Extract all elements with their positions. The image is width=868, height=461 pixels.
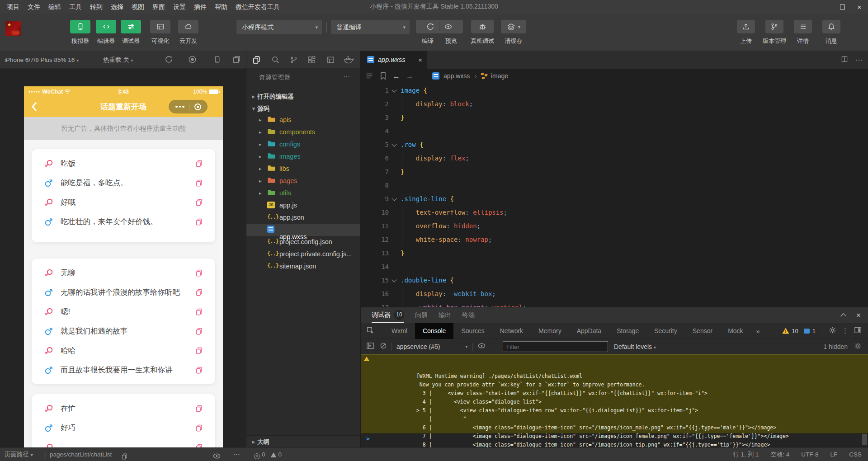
dock-side-icon[interactable] (854, 327, 862, 335)
version-control-button[interactable] (765, 20, 783, 33)
filter-settings-icon[interactable] (854, 342, 862, 351)
devtools-tab[interactable]: Network (492, 323, 531, 339)
kebab-menu-icon[interactable]: ⋮ (842, 327, 849, 335)
devtools-tab[interactable]: Wxml (384, 323, 415, 339)
close-panel-icon[interactable]: × (856, 311, 861, 320)
context-select[interactable]: appservice (#5) (396, 343, 440, 350)
menu-item[interactable]: 文件 (24, 0, 44, 14)
fold-chevron-icon[interactable] (392, 141, 396, 146)
simulator-button[interactable] (70, 20, 90, 33)
menu-item[interactable]: 设置 (169, 0, 190, 14)
editor-button[interactable] (96, 20, 116, 33)
devtools-tab[interactable]: Mock (720, 323, 750, 339)
tree-item[interactable]: ▸ JS {..} sitemap.json (246, 260, 360, 273)
mode-select[interactable]: 小程序模式▾ (236, 20, 322, 34)
source-control-icon[interactable] (290, 56, 298, 66)
debugger-tab[interactable]: 调试器 10 (372, 307, 404, 323)
tree-item[interactable]: ▸ JS {..} app.wxss (246, 224, 360, 236)
log-levels-select[interactable]: Default levels ▾ (614, 343, 656, 350)
visualization-button[interactable] (150, 20, 170, 33)
debugger-tab[interactable]: 输出 (439, 307, 451, 323)
fold-chevron-icon[interactable] (392, 87, 396, 92)
cloud-dev-button[interactable] (178, 20, 198, 33)
outline-list-icon[interactable] (365, 72, 373, 81)
compile-button[interactable] (426, 23, 434, 31)
stop-icon[interactable] (188, 55, 197, 65)
copy-icon[interactable] (195, 424, 203, 433)
cursor-position[interactable]: 行 1, 列 1 (733, 448, 759, 461)
console-filter-input[interactable] (503, 341, 608, 352)
copy-icon[interactable] (195, 308, 203, 317)
extensions-icon[interactable] (307, 56, 316, 66)
debugger-tab[interactable]: 终端 (462, 307, 475, 323)
problems-indicator[interactable]: ×00 (254, 448, 282, 461)
menu-item[interactable]: 转到 (86, 0, 107, 14)
menu-item[interactable]: 选择 (107, 0, 127, 14)
hot-reload-toggle[interactable]: 热重载 关 ▾ (103, 51, 133, 69)
fold-chevron-icon[interactable] (392, 196, 396, 201)
message-icon[interactable] (804, 329, 810, 334)
restart-icon[interactable] (165, 55, 173, 65)
preview-button[interactable] (444, 23, 453, 31)
devtools-tab[interactable]: Storage (609, 323, 646, 339)
warning-icon[interactable]: ! (782, 328, 789, 334)
bookmark-icon[interactable] (380, 72, 387, 81)
open-editors-section[interactable]: ▸打开的编辑器 (246, 90, 360, 103)
capsule-menu[interactable] (169, 100, 208, 113)
close-tab-icon[interactable]: × (418, 51, 422, 69)
inspect-icon[interactable] (366, 326, 374, 336)
console-eye-icon[interactable] (477, 342, 486, 351)
debugger-button[interactable] (121, 20, 141, 33)
files-icon[interactable] (252, 56, 261, 66)
menu-item[interactable]: 项目 (3, 0, 24, 14)
user-avatar[interactable]: ★ (5, 21, 21, 36)
npm-panel-icon[interactable] (326, 56, 335, 66)
copy-icon[interactable] (195, 269, 203, 278)
copy-icon[interactable] (195, 179, 203, 188)
eol-setting[interactable]: LF (830, 448, 837, 461)
remote-debug-button[interactable] (471, 20, 494, 33)
more-actions-icon[interactable]: ⋯ (855, 56, 863, 64)
outline-section[interactable]: ▸大纲 (246, 435, 360, 447)
devtools-tab[interactable]: Sources (453, 323, 492, 339)
encoding-setting[interactable]: UTF-8 (801, 448, 818, 461)
menu-item[interactable]: 插件 (190, 0, 211, 14)
tree-item[interactable]: ▸ JS {..} app.json (246, 212, 360, 224)
search-icon[interactable] (271, 56, 280, 66)
minimize-button[interactable] (816, 0, 834, 14)
tree-item[interactable]: ▸ JS {..} app.js (246, 199, 360, 212)
details-button[interactable] (794, 20, 812, 33)
devtools-settings-icon[interactable] (829, 326, 836, 335)
copy-icon[interactable] (195, 327, 203, 337)
menu-item[interactable]: 微信开发者工具 (231, 0, 284, 14)
messages-button[interactable] (822, 20, 840, 33)
devtools-tab[interactable]: AppData (569, 323, 609, 339)
statusbar-more-icon[interactable]: ⋯ (233, 448, 240, 461)
copy-icon[interactable] (195, 160, 203, 169)
breadcrumb-symbol[interactable]: image (491, 69, 508, 84)
multi-window-icon[interactable] (232, 55, 241, 65)
menu-item[interactable]: 界面 (148, 0, 169, 14)
tree-item[interactable]: ▸ ◉ JS {..} pages (246, 175, 360, 187)
tree-item[interactable]: ▸ ✱ JS {..} configs (246, 138, 360, 151)
compile-mode-select[interactable]: 普通编译▾ (331, 20, 410, 34)
fold-chevron-icon[interactable] (392, 277, 396, 282)
device-select[interactable]: iPhone 6/7/8 Plus 85% 16 ▾ (5, 51, 79, 69)
page-path-menu[interactable]: 页面路径 ▾ (5, 448, 33, 461)
tree-item[interactable]: ▸ JS {..} project.private.config.js... (246, 248, 360, 260)
tree-item[interactable]: ▸ JS {..} project.config.json (246, 236, 360, 248)
code-editor[interactable]: 1 image { 2 display: block; 3 (361, 84, 868, 307)
console-output[interactable]: ! [WXML Runtime warning] ./pages/chatLis… (361, 354, 868, 447)
docker-icon[interactable] (344, 56, 354, 65)
copy-icon[interactable] (195, 405, 203, 414)
scrollbar-thumb[interactable] (862, 434, 867, 445)
tree-item[interactable]: ▸ + JS {..} utils (246, 187, 360, 199)
devtools-tab[interactable]: Security (646, 323, 685, 339)
debugger-tab[interactable]: 问题 (415, 307, 428, 323)
copy-icon[interactable] (195, 347, 203, 356)
copy-icon[interactable] (195, 443, 203, 447)
split-editor-icon[interactable] (841, 56, 848, 65)
copy-icon[interactable] (195, 218, 203, 227)
tree-item[interactable]: ▸ # JS {..} apis (246, 114, 360, 126)
tree-item[interactable]: ▸ ▨ JS {..} images (246, 151, 360, 163)
